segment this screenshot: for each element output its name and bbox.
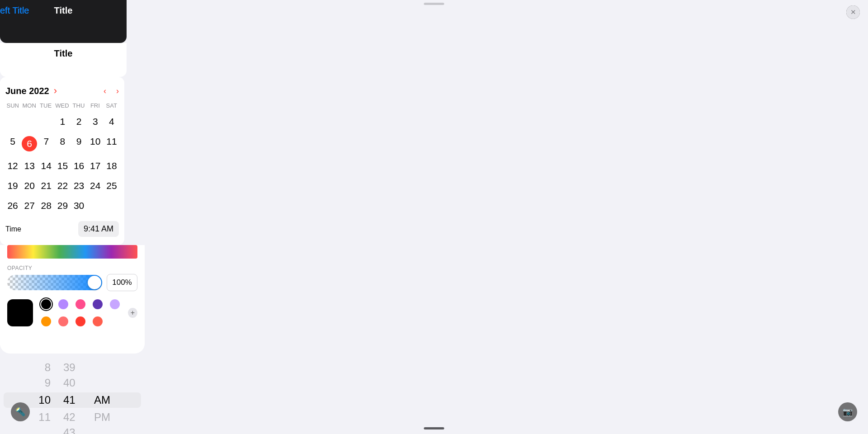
next-month[interactable]: ›: [116, 86, 119, 96]
color-swatch[interactable]: [75, 316, 85, 326]
color-swatch[interactable]: [58, 299, 68, 309]
time-label: Time: [5, 225, 21, 233]
time-picker-wheel[interactable]: 8399401041AM1142PM43: [0, 354, 145, 434]
calendar-day[interactable]: 29: [55, 197, 70, 215]
calendar-day[interactable]: 16: [72, 157, 86, 175]
hue-slider[interactable]: [7, 245, 137, 259]
add-color[interactable]: +: [128, 308, 137, 318]
calendar-day[interactable]: 2: [72, 113, 86, 131]
color-swatch[interactable]: [93, 316, 103, 326]
calendar-day[interactable]: 12: [5, 157, 20, 175]
calendar-day[interactable]: 24: [88, 177, 103, 195]
calendar-month[interactable]: June 2022: [5, 86, 49, 96]
opacity-label: OPACITY: [7, 265, 137, 271]
sheet-light: eft Title Title ✕: [0, 43, 127, 77]
current-color: [7, 299, 33, 326]
calendar-day[interactable]: 3: [88, 113, 103, 131]
calendar-day[interactable]: 19: [5, 177, 20, 195]
calendar-day[interactable]: 23: [72, 177, 86, 195]
time-value[interactable]: 9:41 AM: [78, 221, 119, 237]
prev-month[interactable]: ‹: [104, 86, 106, 96]
calendar-day[interactable]: 15: [55, 157, 70, 175]
calendar-day[interactable]: 18: [104, 157, 119, 175]
color-swatch[interactable]: [110, 299, 120, 309]
chevron-right-icon: ›: [51, 85, 57, 96]
color-swatch[interactable]: [41, 316, 51, 326]
calendar-day[interactable]: 11: [104, 132, 119, 155]
calendar-day[interactable]: 1: [55, 113, 70, 131]
drag-handle[interactable]: [424, 427, 444, 429]
calendar-day[interactable]: 27: [22, 197, 37, 215]
calendar: June 2022 › ‹› SUNMONTUEWEDTHUFRISAT 123…: [0, 77, 124, 245]
calendar-day[interactable]: 8: [55, 132, 70, 155]
close-icon[interactable]: ✕: [846, 5, 860, 19]
calendar-day[interactable]: 4: [104, 113, 119, 131]
color-swatch[interactable]: [93, 299, 103, 309]
calendar-day[interactable]: 13: [22, 157, 37, 175]
color-swatch[interactable]: [75, 299, 85, 309]
color-swatch[interactable]: [41, 299, 51, 309]
calendar-day[interactable]: 7: [39, 132, 53, 155]
calendar-day[interactable]: 30: [72, 197, 86, 215]
sheet-title: Title: [0, 43, 127, 59]
calendar-day[interactable]: 5: [5, 132, 20, 155]
drag-handle[interactable]: [424, 3, 444, 5]
color-picker: OPACITY 100% +: [0, 245, 145, 354]
calendar-day[interactable]: 28: [39, 197, 53, 215]
calendar-day[interactable]: 20: [22, 177, 37, 195]
color-swatch[interactable]: [58, 316, 68, 326]
sheet-left-title[interactable]: eft Title: [0, 5, 29, 16]
calendar-day[interactable]: 14: [39, 157, 53, 175]
calendar-day[interactable]: 21: [39, 177, 53, 195]
calendar-day[interactable]: 26: [5, 197, 20, 215]
calendar-day[interactable]: 17: [88, 157, 103, 175]
calendar-day[interactable]: 9: [72, 132, 86, 155]
calendar-day[interactable]: 6: [22, 132, 37, 155]
opacity-value[interactable]: 100%: [107, 274, 137, 291]
calendar-day[interactable]: 10: [88, 132, 103, 155]
calendar-day[interactable]: 25: [104, 177, 119, 195]
calendar-day[interactable]: 22: [55, 177, 70, 195]
opacity-slider[interactable]: [7, 275, 102, 290]
